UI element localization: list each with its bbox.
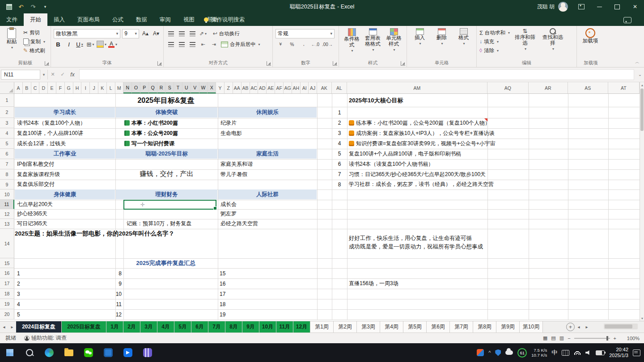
cell-core-goal-1[interactable]: 练本事：小红书200篇，公众号200篇（复盘100个人物） — [349, 118, 486, 128]
row-header[interactable]: 12 — [0, 209, 14, 219]
cut-button[interactable]: 剪切 — [23, 28, 45, 37]
row-header[interactable]: 9 — [0, 180, 14, 189]
notification-center-icon[interactable] — [633, 349, 640, 356]
column-header[interactable]: Y — [216, 82, 225, 93]
align-bottom-button[interactable] — [188, 29, 197, 38]
cell-life-movie[interactable]: 生命电影 — [218, 128, 317, 138]
cell-son-summer[interactable]: 带儿子暑假 — [218, 169, 317, 179]
taskbar-edge-button[interactable] — [39, 343, 59, 362]
column-header[interactable]: U — [182, 82, 191, 93]
sheet-tab[interactable]: 6月 — [191, 321, 208, 333]
ribbon-tab[interactable]: 插入 — [47, 13, 71, 26]
tab-scroll-left-icon[interactable]: ◂ — [575, 321, 583, 333]
sheet-tab[interactable]: 第7周 — [450, 321, 473, 333]
column-header[interactable]: V — [191, 82, 199, 93]
sheet-tab[interactable]: 第4周 — [380, 321, 403, 333]
sheet-tab[interactable]: 第9周 — [496, 321, 520, 333]
number-format-select[interactable]: 常规 — [275, 29, 335, 38]
column-header[interactable]: AD — [258, 82, 267, 93]
cell-live-count[interactable]: 直播156场，一周3场 — [349, 278, 486, 288]
collapse-ribbon-icon[interactable]: ︿ — [635, 59, 640, 65]
conditional-formatting-button[interactable]: 条件格式 — [342, 28, 362, 60]
font-name-select[interactable]: 微软雅黑 — [54, 29, 120, 38]
normal-view-icon[interactable]: ▦ — [543, 335, 547, 341]
column-header[interactable]: W — [199, 82, 208, 93]
cell-core-index[interactable]: 1 — [332, 107, 347, 118]
number-format-button[interactable]: ￥ — [275, 40, 285, 48]
cell-center-goal[interactable]: 赚钱，交付，产出 — [116, 159, 217, 189]
addins-button[interactable]: 加载项 — [580, 28, 601, 44]
column-header[interactable]: Z — [225, 82, 233, 93]
cell-list-index[interactable]: 16 — [220, 278, 246, 289]
cell-documentary[interactable]: 纪录片 — [218, 118, 317, 128]
row-header[interactable]: 11 — [0, 200, 14, 209]
orientation-button[interactable] — [199, 29, 208, 38]
ribbon-tab[interactable]: 数据 — [130, 13, 153, 26]
column-header[interactable]: S — [165, 82, 174, 93]
column-header[interactable]: D — [39, 82, 48, 93]
decrease-font-icon[interactable]: A▾ — [152, 29, 161, 38]
sheet-tab[interactable]: 第10周 — [520, 321, 543, 333]
decrease-indent-icon[interactable] — [199, 40, 208, 49]
cell-skycamp[interactable]: 必经之路天空营 — [218, 219, 317, 228]
cell-header-health[interactable]: 身体健康 — [15, 189, 115, 199]
copy-button[interactable]: 复制 — [23, 37, 45, 46]
cell-review-club[interactable]: 复盘俱乐部交付 — [15, 180, 115, 189]
row-header[interactable]: 14 — [0, 229, 14, 258]
format-painter-button[interactable]: 格式刷 — [23, 46, 45, 55]
delete-cells-button[interactable]: 删除 — [432, 28, 452, 60]
row-header[interactable]: 4 — [0, 128, 14, 139]
start-button[interactable] — [0, 343, 20, 362]
column-header[interactable]: C — [31, 82, 40, 93]
column-header[interactable]: N — [123, 82, 132, 93]
row-header[interactable]: 20 — [0, 309, 14, 320]
font-size-select[interactable]: 9 — [122, 29, 139, 38]
row-header[interactable]: 2 — [0, 107, 14, 118]
cell-family-harmony[interactable]: 家庭关系和谐 — [218, 159, 317, 169]
cell-core-index[interactable]: 4 — [332, 138, 347, 148]
comments-icon[interactable] — [623, 17, 631, 23]
column-header[interactable]: E — [48, 82, 56, 93]
row-header[interactable]: 6 — [0, 149, 14, 159]
column-header[interactable]: I — [81, 82, 90, 93]
row-header[interactable]: 16 — [0, 268, 14, 278]
column-header[interactable]: H — [73, 82, 82, 93]
vertical-scroll-thumb[interactable] — [640, 88, 644, 131]
cell-list-index[interactable]: 17 — [220, 289, 246, 299]
vertical-scrollbar[interactable]: ▲ ▼ — [640, 82, 644, 321]
paste-button[interactable]: 粘贴 — [3, 28, 21, 55]
fill-color-button[interactable] — [97, 40, 106, 49]
sheet-tab[interactable]: 10月 — [259, 321, 276, 333]
cell-core-index[interactable]: 5 — [332, 148, 347, 159]
sheet-tab[interactable]: 1月 — [106, 321, 123, 333]
maximize-button[interactable] — [608, 0, 626, 13]
close-button[interactable] — [626, 0, 644, 13]
sheet-nav-left-icon[interactable]: ◂ — [0, 321, 8, 333]
cell-styles-button[interactable]: 单元格样式 — [384, 28, 404, 60]
sheet-tab[interactable]: 第2周 — [334, 321, 357, 333]
cell-gzh[interactable]: 本事：公众号200篇 — [124, 128, 217, 138]
cell-summary-title[interactable]: 2025完成事件复盘汇总 — [15, 258, 317, 268]
cell-list-index[interactable]: 2 — [17, 278, 44, 289]
page-layout-view-icon[interactable]: ▤ — [551, 335, 555, 341]
row-header[interactable]: 8 — [0, 169, 14, 180]
column-header[interactable]: AE — [267, 82, 275, 93]
font-color-button[interactable]: A — [108, 40, 117, 49]
column-header[interactable]: R — [157, 82, 166, 93]
tell-me-search[interactable]: 操作说明搜索 — [195, 13, 245, 26]
sort-filter-button[interactable]: 排序和筛选 — [513, 28, 538, 60]
clear-button[interactable]: 清除 — [479, 46, 510, 55]
battery-percent-badge[interactable]: 61 — [517, 348, 527, 358]
cell-review100[interactable]: 复盘100讲，个人品牌100讲 — [15, 128, 115, 138]
column-header[interactable]: Q — [149, 82, 157, 93]
column-header[interactable]: AT — [608, 82, 640, 93]
cell-header-finance[interactable]: 理财财务 — [116, 189, 217, 199]
column-header[interactable]: A — [14, 82, 23, 93]
cell-list-index[interactable]: 1 — [17, 268, 44, 278]
column-header[interactable]: AB — [242, 82, 250, 93]
hidden-icons-chevron[interactable]: ^ — [488, 350, 491, 355]
column-header[interactable]: F — [56, 82, 65, 93]
taskbar-capture-button[interactable] — [98, 343, 118, 362]
column-header[interactable]: AI — [301, 82, 309, 93]
cloud-sync-icon[interactable] — [505, 350, 513, 355]
